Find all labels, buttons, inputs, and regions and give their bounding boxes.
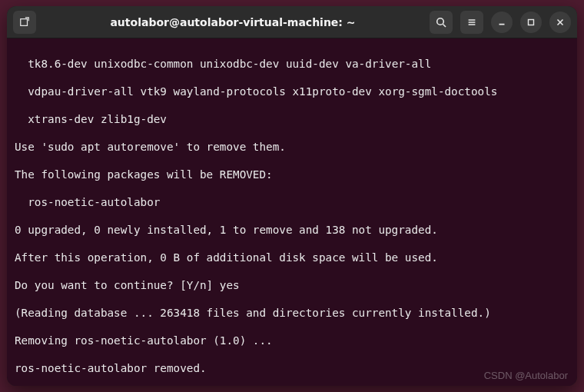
titlebar: autolabor@autolabor-virtual-machine: ~: [7, 6, 577, 38]
menu-button[interactable]: [460, 11, 483, 34]
search-icon: [435, 16, 447, 28]
output-line: 0 upgraded, 0 newly installed, 1 to remo…: [15, 223, 569, 237]
terminal-window: autolabor@autolabor-virtual-machine: ~ t…: [7, 6, 577, 386]
window-title: autolabor@autolabor-virtual-machine: ~: [36, 16, 430, 28]
output-line: xtrans-dev zlib1g-dev: [15, 112, 569, 126]
search-button[interactable]: [430, 11, 453, 34]
watermark: CSDN @Autolabor: [484, 369, 568, 383]
output-line: Removing ros-noetic-autolabor (1.0) ...: [15, 334, 569, 347]
output-line: The following packages will be REMOVED:: [15, 168, 569, 181]
terminal-body[interactable]: tk8.6-dev unixodbc-common unixodbc-dev u…: [7, 38, 577, 386]
new-tab-button[interactable]: [13, 11, 36, 34]
svg-line-2: [443, 24, 446, 27]
new-tab-icon: [19, 17, 30, 28]
maximize-icon: [526, 17, 536, 28]
output-line: Do you want to continue? [Y/n] yes: [15, 278, 569, 292]
output-line: (Reading database ... 263418 files and d…: [15, 306, 569, 320]
svg-rect-7: [529, 19, 534, 25]
minimize-button[interactable]: [491, 12, 513, 33]
output-line: vdpau-driver-all vtk9 wayland-protocols …: [15, 85, 569, 98]
output-line: tk8.6-dev unixodbc-common unixodbc-dev u…: [15, 57, 569, 71]
output-line: Use 'sudo apt autoremove' to remove them…: [15, 140, 569, 154]
output-line: After this operation, 0 B of additional …: [15, 251, 569, 264]
svg-point-1: [437, 18, 444, 25]
output-line: ros-noetic-autolabor: [15, 195, 569, 209]
minimize-icon: [496, 17, 507, 28]
svg-rect-0: [21, 18, 28, 25]
maximize-button[interactable]: [520, 12, 542, 33]
close-button[interactable]: [549, 12, 571, 33]
close-icon: [555, 17, 566, 28]
hamburger-icon: [466, 17, 477, 28]
